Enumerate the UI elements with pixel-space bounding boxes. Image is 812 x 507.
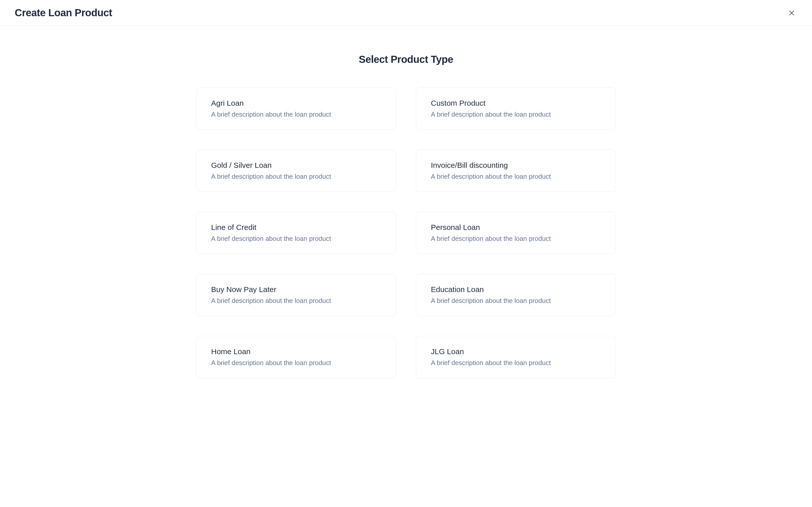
product-card-title: Invoice/Bill discounting — [431, 161, 601, 170]
product-card-title: Personal Loan — [431, 223, 601, 232]
close-button[interactable] — [786, 7, 797, 18]
close-icon — [788, 9, 795, 16]
product-card-description: A brief description about the loan produ… — [431, 111, 601, 118]
product-card-buy-now-pay-later[interactable]: Buy Now Pay Later A brief description ab… — [196, 274, 396, 316]
page-header: Create Loan Product — [0, 0, 812, 26]
product-card-title: Agri Loan — [211, 99, 381, 108]
product-card-title: Gold / Silver Loan — [211, 161, 381, 170]
product-card-title: Custom Product — [431, 99, 601, 108]
product-card-description: A brief description about the loan produ… — [431, 297, 601, 305]
product-card-agri-loan[interactable]: Agri Loan A brief description about the … — [196, 88, 396, 130]
product-card-description: A brief description about the loan produ… — [431, 173, 601, 180]
product-card-description: A brief description about the loan produ… — [431, 359, 601, 367]
product-card-gold-silver-loan[interactable]: Gold / Silver Loan A brief description a… — [196, 150, 396, 192]
product-card-title: Line of Credit — [211, 223, 381, 232]
page-title: Create Loan Product — [15, 7, 112, 18]
product-card-education-loan[interactable]: Education Loan A brief description about… — [416, 274, 616, 316]
product-card-description: A brief description about the loan produ… — [211, 235, 381, 242]
product-card-description: A brief description about the loan produ… — [211, 297, 381, 305]
product-card-home-loan[interactable]: Home Loan A brief description about the … — [196, 336, 396, 378]
section-title: Select Product Type — [359, 54, 453, 65]
product-card-jlg-loan[interactable]: JLG Loan A brief description about the l… — [416, 336, 616, 378]
product-card-title: Education Loan — [431, 285, 601, 294]
product-grid: Agri Loan A brief description about the … — [196, 88, 616, 378]
product-card-title: Buy Now Pay Later — [211, 285, 381, 294]
product-card-personal-loan[interactable]: Personal Loan A brief description about … — [416, 212, 616, 254]
product-card-line-of-credit[interactable]: Line of Credit A brief description about… — [196, 212, 396, 254]
product-card-invoice-bill-discounting[interactable]: Invoice/Bill discounting A brief descrip… — [416, 150, 616, 192]
product-card-title: JLG Loan — [431, 347, 601, 356]
content-area: Select Product Type Agri Loan A brief de… — [0, 26, 812, 393]
product-card-description: A brief description about the loan produ… — [211, 111, 381, 118]
product-card-description: A brief description about the loan produ… — [211, 173, 381, 180]
product-card-description: A brief description about the loan produ… — [211, 359, 381, 367]
product-card-description: A brief description about the loan produ… — [431, 235, 601, 242]
product-card-title: Home Loan — [211, 347, 381, 356]
product-card-custom-product[interactable]: Custom Product A brief description about… — [416, 88, 616, 130]
